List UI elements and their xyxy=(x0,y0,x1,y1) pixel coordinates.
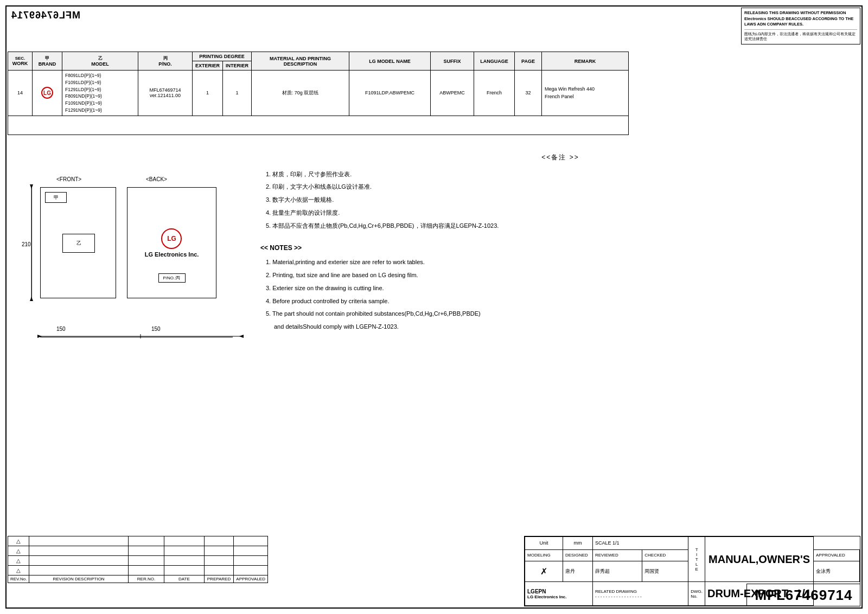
cell-brand: LG xyxy=(33,71,62,116)
svg-marker-6 xyxy=(30,297,33,301)
dim-150-right: 150 xyxy=(151,326,161,332)
dim-150-left: 150 xyxy=(56,326,66,332)
rev-table: △ △ △ xyxy=(8,536,268,583)
lg-logo-small: LG xyxy=(41,87,53,99)
rer-no-2 xyxy=(128,546,164,556)
cell-remark: Mega Win Refresh 440 French Panel xyxy=(542,71,629,116)
notes-section: <<备注 >> 1. 材质，印刷，尺寸参照作业表. 2. 印刷，文字大小和线条以… xyxy=(260,152,860,335)
dim-arrows-v xyxy=(28,184,35,301)
drawing-area: <FRONT> <BACK> 甲 乙 LG LG Electronics Inc… xyxy=(8,152,249,342)
col-suffix: SUFFIX xyxy=(431,52,474,71)
cell-interier: 1 xyxy=(223,71,252,116)
front-top-box: 甲 xyxy=(45,192,67,203)
notes-cn-item-3: 3. 数字大小依据一般规格. xyxy=(266,195,860,206)
mirror-title: MFL67469714 xyxy=(11,10,80,21)
rev-row-4: △ xyxy=(8,566,268,575)
lg-logo-back: LG LG Electronics Inc. xyxy=(145,228,199,258)
company-label: LGEPN LG Electronics Inc. xyxy=(525,582,593,606)
rev-desc-3 xyxy=(29,556,128,566)
notes-en-item-2: 2. Printing, tsxt size and line are base… xyxy=(266,270,860,281)
approvaled-3 xyxy=(234,556,268,566)
approvaled-4 xyxy=(234,566,268,575)
cell-lg-model: F1091LDP.ABWPEMC xyxy=(349,71,431,116)
table-row-empty xyxy=(8,116,629,135)
prepared-header: PREPARED xyxy=(204,575,234,583)
cell-sec: 14 xyxy=(8,71,33,116)
rerno-header: RER.NO. xyxy=(128,575,164,583)
dwg-no-label: DWG. No. xyxy=(688,582,705,606)
notes-cn-title: <<备注 >> xyxy=(260,152,860,164)
col-lg-model: LG MODEL NAME xyxy=(349,52,431,71)
checked-value: 周国贤 xyxy=(642,561,688,582)
date-4 xyxy=(164,566,204,575)
dwg-no: MFL67469714 xyxy=(755,587,852,604)
col-sec-work: SEC. WORK xyxy=(8,52,33,71)
cell-language: French xyxy=(474,71,515,116)
notes-cn-list: 1. 材质，印刷，尺寸参照作业表. 2. 印刷，文字大小和线条以LG设计基准. … xyxy=(260,169,860,232)
notes-en-item-6: and detailsShould comply with LGEPN-Z-10… xyxy=(266,322,860,332)
date-3 xyxy=(164,556,204,566)
notice-main: RELEASING THIS DRAWING WITHOUT PERMISSIO… xyxy=(744,10,857,28)
svg-marker-2 xyxy=(239,335,244,338)
cell-page: 32 xyxy=(515,71,542,116)
approvaled-2 xyxy=(234,546,268,556)
rer-no-3 xyxy=(128,556,164,566)
rev-desc-2 xyxy=(29,546,128,556)
scale-cell: SCALE 1/1 xyxy=(593,537,688,550)
revno-header: REV.No. xyxy=(8,575,29,583)
date-header: DATE xyxy=(164,575,204,583)
pno-box: P/NO.:丙 xyxy=(158,273,185,283)
notes-en-item-5: 5. The part should not contain prohibite… xyxy=(266,309,860,319)
rev-row-1: △ xyxy=(8,536,268,546)
approvaled-1 xyxy=(234,536,268,546)
delta-1: △ xyxy=(8,536,29,546)
related-drawing: RELATED DRAWING - - - - - - - - - - - - … xyxy=(593,582,688,606)
notes-cn-item-5: 5. 本部品不应含有禁止物质(Pb,Cd,Hg,Cr+6,PBB,PBDE)，详… xyxy=(266,221,860,232)
rer-no-1 xyxy=(128,536,164,546)
date-1 xyxy=(164,536,204,546)
col-pno: 丙 P/NO. xyxy=(138,52,193,71)
title1: MANUAL,OWNER'S xyxy=(707,553,811,566)
front-box: 甲 乙 xyxy=(40,187,116,298)
svg-marker-1 xyxy=(37,335,42,338)
col-page: PAGE xyxy=(515,52,542,71)
cell-exterior: 1 xyxy=(193,71,223,116)
designed-label: DESIGNED xyxy=(563,549,593,561)
notes-en-section: << NOTES >> 1. Material,printing and ext… xyxy=(260,242,860,332)
rer-no-4 xyxy=(128,566,164,575)
approvaled-label: APPROVALED xyxy=(814,549,860,561)
col-language: LANGUAGE xyxy=(474,52,515,71)
col-remark: REMARK xyxy=(542,52,629,71)
notice-box: RELEASING THIS DRAWING WITHOUT PERMISSIO… xyxy=(741,8,860,44)
col-interier: INTERIER xyxy=(223,61,252,71)
notice-sub: 图纸为LG内部文件，非法流通者，将依据有关法规和公司有关规定追究法律责任 xyxy=(744,29,857,42)
cell-suffix: ABWPEMC xyxy=(431,71,474,116)
notes-cn-item-1: 1. 材质，印刷，尺寸参照作业表. xyxy=(266,169,860,180)
notes-cn-item-2: 2. 印刷，文字大小和线条以LG设计基准. xyxy=(266,182,860,193)
col-exterior: EXTERIER xyxy=(193,61,223,71)
col-brand: 甲 BRAND xyxy=(33,52,62,71)
col-material: MATERIAL AND PRINTING DESCRIPTION xyxy=(252,52,349,71)
approvaled-value: 金泳秀 xyxy=(814,561,860,582)
reviewed-value: 薛秀超 xyxy=(593,561,642,582)
rev-header-row: REV.No. REVISION DESCRIPTION RER.NO. DAT… xyxy=(8,575,268,583)
prepared-2 xyxy=(204,546,234,556)
notes-cn-item-4: 4. 批量生产前取的设计限度. xyxy=(266,208,860,219)
approvaled-header: APPROVALED xyxy=(234,575,268,583)
col-printing-degree: PRINTING DEGREE xyxy=(193,52,252,61)
scale-label: SCALE xyxy=(595,540,611,546)
svg-marker-5 xyxy=(30,184,33,189)
delta-2: △ xyxy=(8,546,29,556)
cell-pno: MFL67469714 ver.121411.00 xyxy=(138,71,193,116)
prepared-4 xyxy=(204,566,234,575)
unit-label: Unit xyxy=(525,537,563,550)
front-label: <FRONT> xyxy=(56,176,81,182)
notes-en-list: 1. Material,printing and exterier size a… xyxy=(260,257,860,332)
modeling-icon: ✗ xyxy=(525,561,563,582)
cell-material: 材质: 70g 双层纸 xyxy=(252,71,349,116)
dwg-no-block: MFL67469714 xyxy=(746,584,860,606)
rev-row-3: △ xyxy=(8,556,268,566)
lg-electronics-text: LG Electronics Inc. xyxy=(145,251,199,258)
modeling-label: MODELING xyxy=(525,549,563,561)
designed-value: 唐丹 xyxy=(563,561,593,582)
